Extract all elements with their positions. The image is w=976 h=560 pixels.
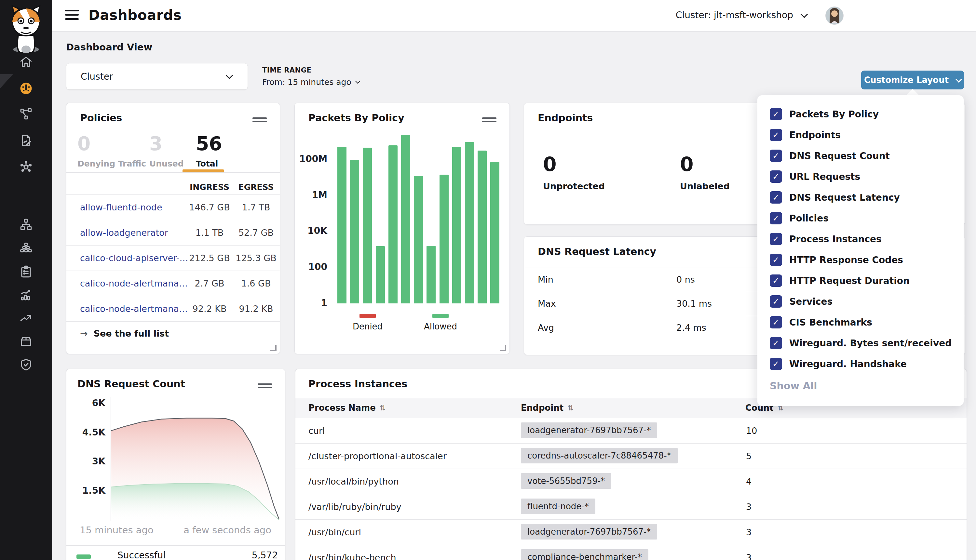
sort-icon[interactable]: ⇅: [567, 403, 574, 412]
customize-layout-button[interactable]: Customize Layout: [861, 70, 964, 90]
checkbox-checked-icon[interactable]: ✓: [770, 337, 782, 349]
checkbox-checked-icon[interactable]: ✓: [770, 129, 782, 141]
sort-icon[interactable]: ⇅: [380, 403, 386, 412]
policy-link[interactable]: calico-node-alertmana…: [80, 304, 188, 314]
dns-legend-row[interactable]: Successful 5,572: [67, 550, 285, 560]
dropdown-item-cis-benchmarks[interactable]: ✓ CIS Benchmarks: [757, 312, 964, 333]
sidebar-item-dashboard[interactable]: [0, 77, 52, 100]
bar: [439, 175, 449, 303]
avatar-image: [826, 7, 843, 24]
cluster-switcher[interactable]: Cluster: jlt-msft-workshop: [676, 10, 807, 20]
checkbox-checked-icon[interactable]: ✓: [770, 212, 782, 224]
endpoint-chip[interactable]: fluentd-node-*: [521, 498, 596, 514]
dashboard-view-select[interactable]: Cluster: [66, 63, 248, 90]
show-all-link[interactable]: Show All: [770, 380, 817, 392]
policy-link[interactable]: calico-cloud-apiserver-…: [80, 253, 189, 263]
table-row: /var/lib/ruby/bin/ruby fluentd-node-* 3: [295, 494, 966, 520]
sidebar-item-managed-clusters[interactable]: [0, 213, 52, 236]
policy-link[interactable]: calico-node-alertmana…: [80, 278, 188, 288]
policy-link[interactable]: allow-loadgenerator: [80, 228, 168, 238]
legend-successful-value: 5,572: [252, 550, 278, 560]
sidebar-item-storage[interactable]: [0, 330, 52, 353]
checkbox-checked-icon[interactable]: ✓: [770, 108, 782, 120]
checkbox-checked-icon[interactable]: ✓: [770, 191, 782, 203]
dropdown-item-endpoints[interactable]: ✓ Endpoints: [757, 125, 964, 145]
dropdown-item-packets-by-policy[interactable]: ✓ Packets By Policy: [757, 104, 964, 125]
dropdown-item-process-instances[interactable]: ✓ Process Instances: [757, 228, 964, 250]
checkbox-checked-icon[interactable]: ✓: [770, 170, 782, 183]
checkbox-checked-icon[interactable]: ✓: [770, 275, 782, 287]
sidebar-item-policies[interactable]: [0, 129, 52, 152]
y-tick-label: 100M: [295, 153, 327, 164]
divider: [67, 172, 280, 173]
tab-unused[interactable]: 3 Unused: [149, 134, 184, 168]
column-header-endpoint[interactable]: Endpoint ⇅: [521, 403, 574, 413]
policy-link[interactable]: allow-fluentd-node: [80, 202, 162, 212]
tab-value: 3: [149, 134, 184, 153]
calico-cat-logo[interactable]: [6, 4, 46, 55]
endpoints-card-title: Endpoints: [538, 112, 593, 123]
dropdown-item-http-response-codes[interactable]: ✓ HTTP Response Codes: [757, 250, 964, 270]
y-tick-label: 3K: [70, 456, 105, 467]
cluster-switcher-label: Cluster: jlt-msft-workshop: [676, 10, 793, 20]
dropdown-item-dns-request-count[interactable]: ✓ DNS Request Count: [757, 145, 964, 166]
see-full-list-link[interactable]: → See the full list: [80, 328, 169, 339]
tab-total[interactable]: 56 Total: [196, 134, 222, 168]
dropdown-item-policies[interactable]: ✓ Policies: [757, 208, 964, 228]
dropdown-item-wireguard-handshake[interactable]: ✓ Wireguard. Handshake: [757, 353, 964, 374]
column-label: Endpoint: [521, 403, 564, 413]
sidebar-item-network[interactable]: [0, 155, 52, 178]
sidebar-item-activity[interactable]: [0, 306, 52, 330]
ingress-value: 92.2 KB: [184, 304, 235, 314]
legend-denied-label: Denied: [342, 322, 394, 332]
bar: [477, 150, 487, 303]
legend-allowed-swatch: [432, 314, 449, 318]
sidebar-item-compliance[interactable]: [0, 260, 52, 283]
checkbox-checked-icon[interactable]: ✓: [770, 295, 782, 308]
latency-label: Min: [538, 275, 553, 285]
checkbox-checked-icon[interactable]: ✓: [770, 254, 782, 266]
checkbox-checked-icon[interactable]: ✓: [770, 316, 782, 328]
dropdown-item-label: Process Instances: [789, 234, 882, 245]
resize-handle-icon[interactable]: [500, 345, 506, 351]
dropdown-item-http-request-duration[interactable]: ✓ HTTP Request Duration: [757, 270, 964, 291]
table-row: /usr/bin/kube-bench compliance-benchmark…: [295, 545, 966, 560]
hamburger-menu-icon[interactable]: [65, 10, 79, 22]
endpoint-chip[interactable]: loadgenerator-7697bb7567-*: [521, 524, 657, 540]
endpoint-chip[interactable]: coredns-autoscaler-7c88465478-*: [521, 448, 678, 463]
dropdown-item-services[interactable]: ✓ Services: [757, 291, 964, 312]
egress-value: 125.3 GB: [230, 253, 282, 263]
endpoint-chip[interactable]: vote-5655bd759-*: [521, 473, 611, 489]
dropdown-item-wireguard-bytes[interactable]: ✓ Wireguard. Bytes sent/received: [757, 333, 964, 353]
packets-by-policy-card: Packets By Policy 110010K1M100M Denied A…: [294, 103, 510, 354]
sidebar-item-threat-defense[interactable]: [0, 353, 52, 376]
sidebar-item-workloads[interactable]: [0, 236, 52, 260]
tab-label: Unused: [149, 159, 184, 168]
count-value: 3: [746, 527, 751, 537]
sidebar-item-reports[interactable]: [0, 283, 52, 307]
column-header-ingress[interactable]: INGRESS: [184, 182, 235, 192]
packets-chart: 110010K1M100M: [295, 103, 509, 354]
resize-handle-icon[interactable]: [270, 345, 277, 351]
drag-handle-icon[interactable]: [252, 117, 267, 123]
see-full-list-label: See the full list: [93, 328, 169, 338]
count-value: 4: [746, 477, 751, 487]
time-range-from[interactable]: From: 15 minutes ago: [262, 77, 359, 87]
y-tick-label: 1: [295, 298, 327, 308]
dropdown-item-url-requests[interactable]: ✓ URL Requests: [757, 166, 964, 187]
column-header-egress[interactable]: EGRESS: [230, 182, 282, 192]
sidebar-item-home[interactable]: [0, 50, 52, 73]
tab-denying-traffic[interactable]: 0 Denying Traffic: [77, 134, 146, 168]
column-header-process-name[interactable]: Process Name ⇅: [309, 403, 386, 413]
checkbox-checked-icon[interactable]: ✓: [770, 358, 782, 370]
sidebar-item-service-graph[interactable]: [0, 102, 52, 125]
checkbox-checked-icon[interactable]: ✓: [770, 150, 782, 162]
checkbox-checked-icon[interactable]: ✓: [770, 233, 782, 245]
egress-value: 1.7 TB: [230, 202, 282, 212]
dropdown-item-dns-request-latency[interactable]: ✓ DNS Request Latency: [757, 187, 964, 208]
endpoint-chip[interactable]: loadgenerator-7697bb7567-*: [521, 422, 657, 438]
stat-unprotected: 0 Unprotected: [543, 155, 605, 191]
avatar[interactable]: [825, 7, 844, 25]
latency-card-title: DNS Request Latency: [538, 246, 656, 257]
endpoint-chip[interactable]: compliance-benchmarker-*: [521, 549, 648, 560]
